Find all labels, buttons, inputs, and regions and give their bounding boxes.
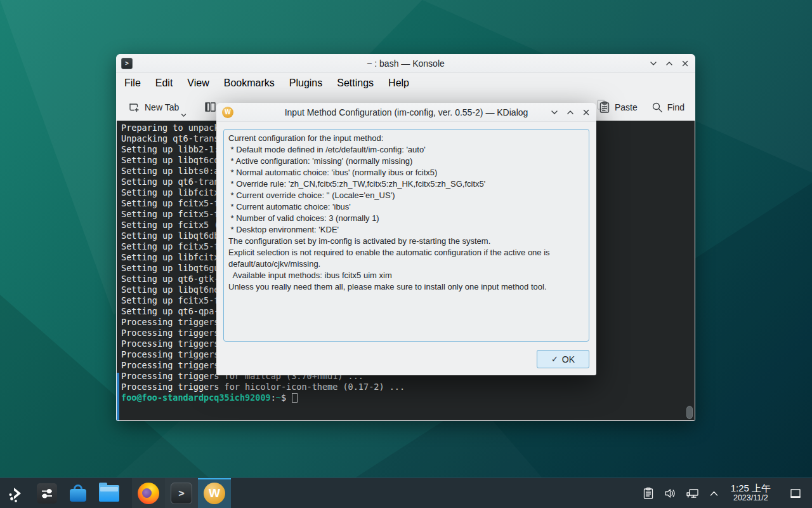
clock-date: 2023/11/2 bbox=[731, 494, 771, 503]
taskbar-item-konsole[interactable]: > bbox=[165, 478, 198, 508]
dialog-text-line: Current configuration for the input meth… bbox=[228, 133, 584, 144]
dialog-text-line: Explicit selection is not required to en… bbox=[228, 247, 584, 258]
chevron-down-icon bbox=[181, 113, 187, 117]
scrolled-lines-indicator bbox=[117, 373, 119, 420]
clock-time: 1:25 上午 bbox=[731, 483, 771, 494]
ok-button[interactable]: ✓ OK bbox=[537, 350, 589, 368]
terminal-prompt: foo@foo-standardpcq35ich92009:~$ bbox=[121, 392, 695, 403]
dialog-message-frame: Current configuration for the input meth… bbox=[223, 129, 589, 342]
dialog-text-line: The configuration set by im-config is ac… bbox=[228, 236, 584, 247]
kdialog-titlebar[interactable]: W Input Method Configuration (im-config,… bbox=[216, 103, 596, 122]
find-button[interactable]: Find bbox=[652, 101, 684, 114]
dialog-text-line: Unless you really need them all, please … bbox=[228, 281, 584, 293]
taskbar-item-kdialog-active[interactable]: W bbox=[198, 478, 231, 508]
dialog-text-line: * Current override choice: '' (Locale='e… bbox=[228, 190, 584, 201]
menu-item[interactable]: View bbox=[187, 77, 209, 89]
discover-button[interactable] bbox=[62, 478, 93, 508]
search-icon bbox=[652, 102, 663, 113]
dialog-text-line: * Current automatic choice: 'ibus' bbox=[228, 201, 584, 213]
close-icon[interactable] bbox=[680, 58, 690, 69]
new-tab-button[interactable]: New Tab bbox=[128, 101, 179, 113]
dialog-text-line: * Normal automatic choice: 'ibus' (norma… bbox=[228, 167, 584, 178]
wine-icon: W bbox=[222, 107, 233, 118]
prompt-user-host: foo@foo-standardpcq35ich92009 bbox=[121, 392, 271, 403]
menu-item[interactable]: Edit bbox=[155, 77, 173, 89]
prompt-path: ~ bbox=[276, 392, 281, 403]
taskbar: > W 1:25 上午 2023/11/2 bbox=[0, 478, 812, 508]
konsole-icon: > bbox=[171, 483, 192, 504]
clipboard-tray-icon[interactable] bbox=[643, 487, 654, 500]
firefox-icon bbox=[138, 483, 159, 504]
show-desktop-button[interactable] bbox=[789, 488, 802, 499]
konsole-titlebar[interactable]: > ~ : bash — Konsole bbox=[116, 54, 695, 73]
maximize-icon[interactable] bbox=[664, 58, 674, 69]
dialog-text-line: * Number of valid choices: 3 (normally 1… bbox=[228, 213, 584, 224]
menu-item[interactable]: Plugins bbox=[289, 77, 322, 89]
terminal-line: Processing triggers for hicolor-icon-the… bbox=[121, 382, 695, 392]
dialog-text-line: * Default mode defined in /etc/default/i… bbox=[228, 144, 584, 156]
ok-button-label: OK bbox=[562, 354, 575, 364]
taskbar-item-firefox[interactable] bbox=[132, 478, 165, 508]
new-tab-label: New Tab bbox=[145, 102, 179, 112]
system-settings-icon bbox=[37, 483, 57, 504]
menu-item[interactable]: Settings bbox=[337, 77, 374, 89]
menu-item[interactable]: File bbox=[124, 77, 141, 89]
terminal-cursor bbox=[292, 393, 298, 403]
paste-label: Paste bbox=[615, 102, 638, 112]
dialog-text-line: Available input methods: ibus fcitx5 uim… bbox=[228, 270, 584, 281]
check-icon: ✓ bbox=[551, 354, 558, 364]
menu-item[interactable]: Help bbox=[388, 77, 409, 89]
konsole-window-title: ~ : bash — Konsole bbox=[367, 58, 445, 69]
find-label: Find bbox=[667, 102, 684, 112]
split-view-icon bbox=[204, 102, 216, 112]
expand-tray-chevron-icon[interactable] bbox=[709, 490, 719, 497]
prompt-symbol: $ bbox=[281, 392, 286, 403]
konsole-icon: > bbox=[121, 58, 133, 69]
kdialog-window: W Input Method Configuration (im-config,… bbox=[216, 103, 596, 375]
discover-icon bbox=[69, 484, 88, 503]
system-tray: 1:25 上午 2023/11/2 bbox=[643, 483, 812, 502]
close-icon[interactable] bbox=[581, 107, 591, 117]
terminal-scrollbar[interactable] bbox=[686, 406, 693, 419]
network-icon[interactable] bbox=[686, 487, 700, 499]
new-tab-icon bbox=[128, 101, 140, 113]
dialog-text-line: * Desktop environment: 'KDE' bbox=[228, 224, 584, 236]
file-manager-button[interactable] bbox=[93, 478, 124, 508]
minimize-icon[interactable] bbox=[549, 107, 560, 117]
digital-clock[interactable]: 1:25 上午 2023/11/2 bbox=[731, 483, 771, 502]
folder-icon bbox=[99, 485, 119, 502]
app-launcher-button[interactable] bbox=[0, 478, 31, 508]
maximize-icon[interactable] bbox=[565, 107, 575, 117]
wine-icon: W bbox=[204, 483, 225, 504]
kdialog-window-title: Input Method Configuration (im-config, v… bbox=[285, 107, 528, 117]
kde-launcher-icon bbox=[6, 484, 25, 503]
dialog-text-line: * Active configuration: 'missing' (norma… bbox=[228, 156, 584, 167]
prompt-separator: : bbox=[271, 392, 276, 403]
system-settings-button[interactable] bbox=[31, 478, 62, 508]
dialog-text-line: * Override rule: 'zh_CN,fcitx5:zh_TW,fci… bbox=[228, 178, 584, 190]
dialog-text-line: default/auto/cjkv/missing. bbox=[228, 258, 584, 270]
paste-button[interactable]: Paste bbox=[599, 101, 638, 114]
konsole-menubar: FileEditViewBookmarksPluginsSettingsHelp bbox=[116, 73, 695, 93]
menu-item[interactable]: Bookmarks bbox=[224, 77, 275, 89]
volume-icon[interactable] bbox=[664, 488, 676, 499]
minimize-icon[interactable] bbox=[648, 58, 658, 69]
paste-icon bbox=[599, 101, 610, 114]
